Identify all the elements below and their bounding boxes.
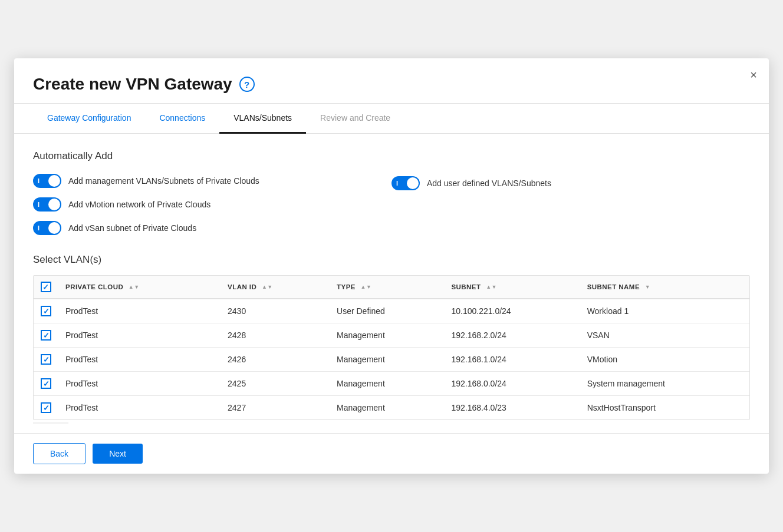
col-vlan-id: VLAN ID ▲▼	[221, 276, 330, 299]
col-type: TYPE ▲▼	[330, 276, 444, 299]
sort-icon-subnet[interactable]: ▲▼	[486, 285, 497, 290]
toggle-user-defined[interactable]: I	[392, 176, 420, 190]
row-subnet-name-2: VMotion	[580, 348, 749, 372]
row-subnet-name-3: System management	[580, 372, 749, 396]
col-subnet: SUBNET ▲▼	[444, 276, 580, 299]
check-icon-3: ✓	[43, 380, 50, 388]
col-private-cloud: PRIVATE CLOUD ▲▼	[58, 276, 221, 299]
row-private-cloud-0: ProdTest	[58, 299, 221, 323]
help-icon[interactable]: ?	[239, 77, 255, 92]
row-checkbox-cell-1: ✓	[34, 323, 58, 348]
automatically-add-title: Automatically Add	[33, 150, 750, 162]
tab-vlans-subnets[interactable]: VLANs/Subnets	[219, 104, 306, 134]
table-row: ✓ ProdTest 2428 Management 192.168.2.0/2…	[34, 323, 749, 348]
toggle-label-user-defined: Add user defined VLANS/Subnets	[427, 179, 551, 188]
select-all-checkbox[interactable]: ✓	[41, 282, 51, 292]
toggles-grid: I Add management VLANs/Subnets of Privat…	[33, 174, 750, 235]
next-button[interactable]: Next	[93, 444, 143, 464]
toggle-label-mgmt-vlans: Add management VLANs/Subnets of Private …	[68, 176, 259, 186]
table-row: ✓ ProdTest 2427 Management 192.168.4.0/2…	[34, 396, 749, 420]
tab-connections[interactable]: Connections	[145, 104, 219, 134]
row-type-2: Management	[330, 348, 444, 372]
toggles-left: I Add management VLANs/Subnets of Privat…	[33, 174, 392, 235]
select-all-check-icon: ✓	[42, 283, 49, 291]
row-checkbox-0[interactable]: ✓	[41, 306, 51, 316]
check-icon-1: ✓	[43, 332, 50, 339]
col-subnet-name: SUBNET NAME ▼	[580, 276, 749, 299]
modal-header: Create new VPN Gateway ? ×	[14, 58, 769, 104]
toggle-label-vsan: Add vSan subnet of Private Clouds	[68, 223, 196, 233]
table-row: ✓ ProdTest 2426 Management 192.168.1.0/2…	[34, 348, 749, 372]
tabs-row: Gateway Configuration Connections VLANs/…	[14, 104, 769, 134]
row-private-cloud-1: ProdTest	[58, 323, 221, 348]
row-checkbox-2[interactable]: ✓	[41, 354, 51, 365]
tab-gateway-configuration[interactable]: Gateway Configuration	[33, 104, 145, 134]
toggles-right: I Add user defined VLANS/Subnets	[392, 174, 750, 235]
row-type-0: User Defined	[330, 299, 444, 323]
row-subnet-1: 192.168.2.0/24	[444, 323, 580, 348]
back-button[interactable]: Back	[33, 443, 85, 464]
row-checkbox-1[interactable]: ✓	[41, 330, 51, 341]
sort-icon-subnet-name[interactable]: ▼	[645, 285, 650, 290]
row-checkbox-3[interactable]: ✓	[41, 378, 51, 389]
modal-body: Automatically Add I Add management VLANs…	[14, 134, 769, 433]
row-subnet-name-1: VSAN	[580, 323, 749, 348]
select-vlan-section: Select VLAN(s) ✓ PRIVATE CLOUD	[33, 254, 750, 424]
vlan-table: ✓ PRIVATE CLOUD ▲▼ VLAN ID ▲▼	[34, 276, 749, 419]
automatically-add-section: Automatically Add I Add management VLANs…	[33, 150, 750, 235]
check-icon-0: ✓	[43, 308, 50, 315]
sort-icon-type[interactable]: ▲▼	[361, 285, 372, 290]
row-checkbox-cell-0: ✓	[34, 299, 58, 323]
table-footer-indicator	[33, 422, 68, 424]
toggle-vsan[interactable]: I	[33, 221, 61, 235]
toggle-vmotion[interactable]: I	[33, 197, 61, 212]
row-type-3: Management	[330, 372, 444, 396]
vlan-table-container: ✓ PRIVATE CLOUD ▲▼ VLAN ID ▲▼	[33, 275, 750, 420]
row-private-cloud-2: ProdTest	[58, 348, 221, 372]
toggle-row-mgmt-vlans: I Add management VLANs/Subnets of Privat…	[33, 174, 392, 188]
toggle-mgmt-vlans[interactable]: I	[33, 174, 61, 188]
create-vpn-gateway-modal: Create new VPN Gateway ? × Gateway Confi…	[14, 58, 769, 474]
table-row: ✓ ProdTest 2425 Management 192.168.0.0/2…	[34, 372, 749, 396]
modal-footer: Back Next	[14, 433, 769, 474]
toggle-row-vmotion: I Add vMotion network of Private Clouds	[33, 197, 392, 212]
row-vlan-id-1: 2428	[221, 323, 330, 348]
row-type-1: Management	[330, 323, 444, 348]
row-subnet-name-4: NsxtHostTransport	[580, 396, 749, 420]
row-subnet-name-0: Workload 1	[580, 299, 749, 323]
row-type-4: Management	[330, 396, 444, 420]
row-vlan-id-2: 2426	[221, 348, 330, 372]
select-vlan-title: Select VLAN(s)	[33, 254, 750, 266]
toggle-row-vsan: I Add vSan subnet of Private Clouds	[33, 221, 392, 235]
modal-title: Create new VPN Gateway	[33, 75, 232, 94]
tab-review-create: Review and Create	[306, 104, 404, 134]
row-checkbox-4[interactable]: ✓	[41, 402, 51, 413]
row-subnet-3: 192.168.0.0/24	[444, 372, 580, 396]
row-vlan-id-3: 2425	[221, 372, 330, 396]
check-icon-2: ✓	[43, 356, 50, 364]
row-checkbox-cell-2: ✓	[34, 348, 58, 372]
close-button[interactable]: ×	[750, 69, 757, 81]
check-icon-4: ✓	[43, 404, 50, 412]
sort-icon-private-cloud[interactable]: ▲▼	[129, 285, 140, 290]
row-private-cloud-4: ProdTest	[58, 396, 221, 420]
toggle-row-user-defined: I Add user defined VLANS/Subnets	[392, 176, 551, 190]
sort-icon-vlan-id[interactable]: ▲▼	[262, 285, 273, 290]
table-header-row: ✓ PRIVATE CLOUD ▲▼ VLAN ID ▲▼	[34, 276, 749, 299]
row-vlan-id-0: 2430	[221, 299, 330, 323]
table-row: ✓ ProdTest 2430 User Defined 10.100.221.…	[34, 299, 749, 323]
row-subnet-4: 192.168.4.0/23	[444, 396, 580, 420]
toggle-on-icon-2: I	[38, 201, 40, 208]
toggle-on-icon-4: I	[396, 180, 398, 187]
row-checkbox-cell-4: ✓	[34, 396, 58, 420]
toggle-on-icon-3: I	[38, 224, 40, 232]
toggle-label-vmotion: Add vMotion network of Private Clouds	[68, 200, 210, 209]
toggle-on-icon: I	[38, 177, 40, 184]
row-checkbox-cell-3: ✓	[34, 372, 58, 396]
row-vlan-id-4: 2427	[221, 396, 330, 420]
row-subnet-2: 192.168.1.0/24	[444, 348, 580, 372]
row-private-cloud-3: ProdTest	[58, 372, 221, 396]
row-subnet-0: 10.100.221.0/24	[444, 299, 580, 323]
select-all-checkbox-cell: ✓	[34, 276, 58, 299]
vlan-table-body: ✓ ProdTest 2430 User Defined 10.100.221.…	[34, 299, 749, 419]
